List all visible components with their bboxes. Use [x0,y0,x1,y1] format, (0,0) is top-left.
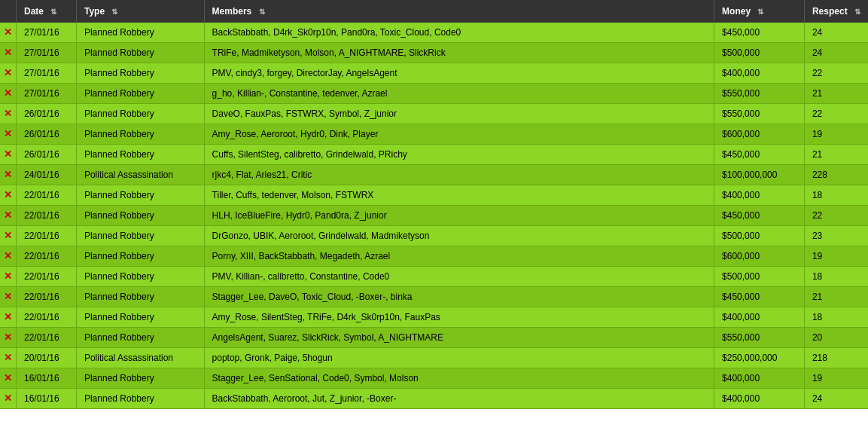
col-header-type[interactable]: Type ⇅ [76,0,204,23]
delete-button[interactable]: ✕ [4,210,12,220]
cell-respect: 228 [804,165,868,185]
sort-arrows-respect[interactable]: ⇅ [854,8,860,16]
cell-money: $550,000 [714,328,805,348]
cell-respect: 20 [804,328,868,348]
delete-button[interactable]: ✕ [4,292,12,301]
delete-cell: ✕ [0,328,17,348]
cell-date: 22/01/16 [17,267,77,287]
table-row: ✕27/01/16Planned Robberyg_ho, Killian-, … [0,84,868,104]
cell-money: $500,000 [714,267,805,287]
delete-button[interactable]: ✕ [4,68,12,78]
cell-money: $450,000 [714,206,805,226]
cell-date: 16/01/16 [17,389,77,409]
cell-date: 26/01/16 [17,145,77,165]
delete-button[interactable]: ✕ [4,353,12,362]
cell-date: 22/01/16 [17,226,77,246]
delete-cell: ✕ [0,389,17,409]
table-row: ✕27/01/16Planned RobberyPMV, cindy3, for… [0,63,868,84]
cell-date: 26/01/16 [17,104,77,124]
delete-button[interactable]: ✕ [4,47,12,57]
cell-money: $400,000 [714,185,805,206]
cell-members: DaveO, FauxPas, FSTWRX, Symbol, Z_junior [204,104,714,124]
cell-respect: 19 [804,124,868,145]
cell-respect: 18 [804,307,868,328]
delete-button[interactable]: ✕ [4,88,12,98]
cell-respect: 21 [804,287,868,307]
delete-button[interactable]: ✕ [4,129,12,139]
cell-respect: 18 [804,267,868,287]
delete-button[interactable]: ✕ [4,27,12,37]
col-label-type: Type [84,6,105,17]
cell-respect: 218 [804,348,868,368]
table-row: ✕16/01/16Planned RobberyBackStabbath, Ae… [0,389,868,409]
cell-type: Planned Robbery [76,267,204,287]
cell-date: 22/01/16 [17,206,77,226]
delete-cell: ✕ [0,43,17,63]
table-row: ✕16/01/16Planned RobberyStagger_Lee, Sen… [0,368,868,389]
delete-cell: ✕ [0,267,17,287]
cell-members: HLH, IceBlueFire, Hydr0, Pand0ra, Z_juni… [204,206,714,226]
cell-date: 22/01/16 [17,307,77,328]
cell-money: $400,000 [714,368,805,389]
delete-cell: ✕ [0,23,17,43]
cell-money: $400,000 [714,307,805,328]
col-label-date: Date [24,6,44,17]
table-row: ✕26/01/16Planned RobberyCuffs, SilentSte… [0,145,868,165]
cell-members: Stagger_Lee, DaveO, Toxic_Cloud, -Boxer-… [204,287,714,307]
cell-type: Planned Robbery [76,328,204,348]
cell-respect: 23 [804,226,868,246]
cell-date: 27/01/16 [17,63,77,84]
table-row: ✕22/01/16Planned RobberyPMV, Killian-, c… [0,267,868,287]
cell-money: $450,000 [714,23,805,43]
cell-money: $500,000 [714,226,805,246]
delete-button[interactable]: ✕ [4,312,12,322]
cell-type: Planned Robbery [76,206,204,226]
delete-button[interactable]: ✕ [4,108,12,118]
sort-arrows-type[interactable]: ⇅ [111,8,117,16]
cell-type: Political Assassination [76,348,204,368]
col-header-date[interactable]: Date ⇅ [17,0,77,23]
delete-cell: ✕ [0,307,17,328]
delete-cell: ✕ [0,63,17,84]
cell-money: $500,000 [714,43,805,63]
table-row: ✕24/01/16Political Assassinationrjkc4, F… [0,165,868,185]
col-header-respect[interactable]: Respect ⇅ [804,0,868,23]
delete-cell: ✕ [0,287,17,307]
delete-button[interactable]: ✕ [4,149,12,159]
delete-button[interactable]: ✕ [4,271,12,281]
cell-members: BackStabbath, D4rk_Sk0rp10n, Pand0ra, To… [204,23,714,43]
delete-cell: ✕ [0,368,17,389]
cell-respect: 24 [804,23,868,43]
delete-button[interactable]: ✕ [4,251,12,261]
cell-members: PMV, cindy3, forgey, DirectorJay, Angels… [204,63,714,84]
cell-type: Planned Robbery [76,226,204,246]
cell-date: 24/01/16 [17,165,77,185]
sort-arrows-money[interactable]: ⇅ [757,8,763,16]
col-label-members: Members [212,6,252,17]
cell-members: Cuffs, SilentSteg, calibretto, Grindelwa… [204,145,714,165]
cell-respect: 19 [804,246,868,267]
cell-date: 22/01/16 [17,185,77,206]
sort-arrows-members[interactable]: ⇅ [259,8,265,16]
delete-button[interactable]: ✕ [4,190,12,200]
cell-respect: 21 [804,84,868,104]
delete-button[interactable]: ✕ [4,231,12,240]
sort-arrows-date[interactable]: ⇅ [50,8,56,16]
delete-cell: ✕ [0,165,17,185]
cell-respect: 24 [804,389,868,409]
col-header-members[interactable]: Members ⇅ [204,0,714,23]
delete-button[interactable]: ✕ [4,332,12,342]
cell-type: Planned Robbery [76,84,204,104]
delete-button[interactable]: ✕ [4,170,12,179]
cell-members: Amy_Rose, SilentSteg, TRiFe, D4rk_Sk0rp1… [204,307,714,328]
delete-button[interactable]: ✕ [4,393,12,403]
cell-money: $450,000 [714,287,805,307]
col-header-money[interactable]: Money ⇅ [714,0,805,23]
cell-respect: 19 [804,368,868,389]
cell-type: Planned Robbery [76,389,204,409]
delete-cell: ✕ [0,246,17,267]
cell-date: 22/01/16 [17,246,77,267]
table-row: ✕27/01/16Planned RobberyBackStabbath, D4… [0,23,868,43]
cell-members: AngelsAgent, Suarez, SlickRick, Symbol, … [204,328,714,348]
delete-button[interactable]: ✕ [4,373,12,383]
